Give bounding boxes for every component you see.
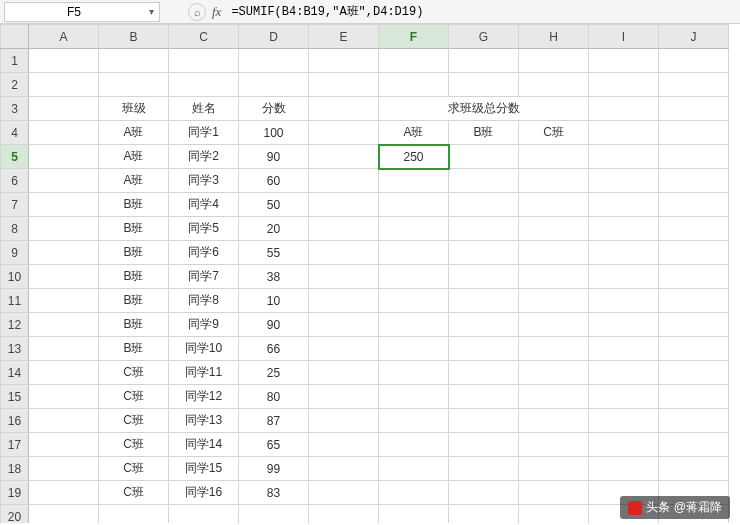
cell-J14[interactable]	[659, 361, 729, 385]
cell-G5[interactable]	[449, 145, 519, 169]
cell-E19[interactable]	[309, 481, 379, 505]
cell-F17[interactable]	[379, 433, 449, 457]
cell-C18[interactable]: 同学15	[169, 457, 239, 481]
cell-J7[interactable]	[659, 193, 729, 217]
row-header-18[interactable]: 18	[1, 457, 29, 481]
cell-D19[interactable]: 83	[239, 481, 309, 505]
cell-D16[interactable]: 87	[239, 409, 309, 433]
cell-B6[interactable]: A班	[99, 169, 169, 193]
column-header-A[interactable]: A	[29, 25, 99, 49]
cell-J18[interactable]	[659, 457, 729, 481]
cell-B14[interactable]: C班	[99, 361, 169, 385]
cell-H19[interactable]	[519, 481, 589, 505]
cell-F8[interactable]	[379, 217, 449, 241]
cell-F1[interactable]	[379, 49, 449, 73]
cell-J10[interactable]	[659, 265, 729, 289]
fx-icon[interactable]: fx	[212, 4, 221, 20]
column-header-B[interactable]: B	[99, 25, 169, 49]
cell-F4[interactable]: A班	[379, 121, 449, 145]
cell-B16[interactable]: C班	[99, 409, 169, 433]
row-header-3[interactable]: 3	[1, 97, 29, 121]
cell-E17[interactable]	[309, 433, 379, 457]
cell-B11[interactable]: B班	[99, 289, 169, 313]
cell-H1[interactable]	[519, 49, 589, 73]
cell-B1[interactable]	[99, 49, 169, 73]
row-header-17[interactable]: 17	[1, 433, 29, 457]
cell-F19[interactable]	[379, 481, 449, 505]
cell-D14[interactable]: 25	[239, 361, 309, 385]
formula-input[interactable]	[227, 3, 736, 21]
cell-E2[interactable]	[309, 73, 379, 97]
cell-J9[interactable]	[659, 241, 729, 265]
cell-H15[interactable]	[519, 385, 589, 409]
cell-H11[interactable]	[519, 289, 589, 313]
cell-B12[interactable]: B班	[99, 313, 169, 337]
cell-H14[interactable]	[519, 361, 589, 385]
cell-E6[interactable]	[309, 169, 379, 193]
cell-E13[interactable]	[309, 337, 379, 361]
cell-G8[interactable]	[449, 217, 519, 241]
row-header-4[interactable]: 4	[1, 121, 29, 145]
row-header-16[interactable]: 16	[1, 409, 29, 433]
cell-E12[interactable]	[309, 313, 379, 337]
cell-G15[interactable]	[449, 385, 519, 409]
row-header-10[interactable]: 10	[1, 265, 29, 289]
cell-E3[interactable]	[309, 97, 379, 121]
cell-I10[interactable]	[589, 265, 659, 289]
cell-C2[interactable]	[169, 73, 239, 97]
row-header-13[interactable]: 13	[1, 337, 29, 361]
cell-D10[interactable]: 38	[239, 265, 309, 289]
cell-B20[interactable]	[99, 505, 169, 524]
cell-D15[interactable]: 80	[239, 385, 309, 409]
row-header-15[interactable]: 15	[1, 385, 29, 409]
cell-G20[interactable]	[449, 505, 519, 524]
cell-H4[interactable]: C班	[519, 121, 589, 145]
cell-A8[interactable]	[29, 217, 99, 241]
column-header-E[interactable]: E	[309, 25, 379, 49]
row-header-20[interactable]: 20	[1, 505, 29, 524]
cell-B8[interactable]: B班	[99, 217, 169, 241]
search-icon[interactable]: ⌕	[188, 3, 206, 21]
cell-A7[interactable]	[29, 193, 99, 217]
cell-G1[interactable]	[449, 49, 519, 73]
cell-G17[interactable]	[449, 433, 519, 457]
cell-E16[interactable]	[309, 409, 379, 433]
row-header-5[interactable]: 5	[1, 145, 29, 169]
cell-B19[interactable]: C班	[99, 481, 169, 505]
cell-E7[interactable]	[309, 193, 379, 217]
column-header-C[interactable]: C	[169, 25, 239, 49]
cell-H2[interactable]	[519, 73, 589, 97]
cell-D20[interactable]	[239, 505, 309, 524]
cell-I18[interactable]	[589, 457, 659, 481]
cell-B13[interactable]: B班	[99, 337, 169, 361]
cell-H10[interactable]	[519, 265, 589, 289]
cell-D4[interactable]: 100	[239, 121, 309, 145]
column-header-G[interactable]: G	[449, 25, 519, 49]
cell-F9[interactable]	[379, 241, 449, 265]
cell-A15[interactable]	[29, 385, 99, 409]
cell-H13[interactable]	[519, 337, 589, 361]
cell-E4[interactable]	[309, 121, 379, 145]
column-header-I[interactable]: I	[589, 25, 659, 49]
cell-C19[interactable]: 同学16	[169, 481, 239, 505]
cell-G18[interactable]	[449, 457, 519, 481]
cell-F11[interactable]	[379, 289, 449, 313]
cell-A20[interactable]	[29, 505, 99, 524]
cell-A1[interactable]	[29, 49, 99, 73]
cell-H16[interactable]	[519, 409, 589, 433]
cell-J13[interactable]	[659, 337, 729, 361]
name-box-dropdown-icon[interactable]: ▾	[143, 6, 159, 17]
cell-F13[interactable]	[379, 337, 449, 361]
cell-B2[interactable]	[99, 73, 169, 97]
cell-C6[interactable]: 同学3	[169, 169, 239, 193]
cell-B7[interactable]: B班	[99, 193, 169, 217]
cell-J17[interactable]	[659, 433, 729, 457]
cell-G7[interactable]	[449, 193, 519, 217]
cell-I16[interactable]	[589, 409, 659, 433]
cell-G13[interactable]	[449, 337, 519, 361]
cell-I5[interactable]	[589, 145, 659, 169]
cell-B17[interactable]: C班	[99, 433, 169, 457]
cell-E14[interactable]	[309, 361, 379, 385]
cell-J15[interactable]	[659, 385, 729, 409]
cell-H8[interactable]	[519, 217, 589, 241]
